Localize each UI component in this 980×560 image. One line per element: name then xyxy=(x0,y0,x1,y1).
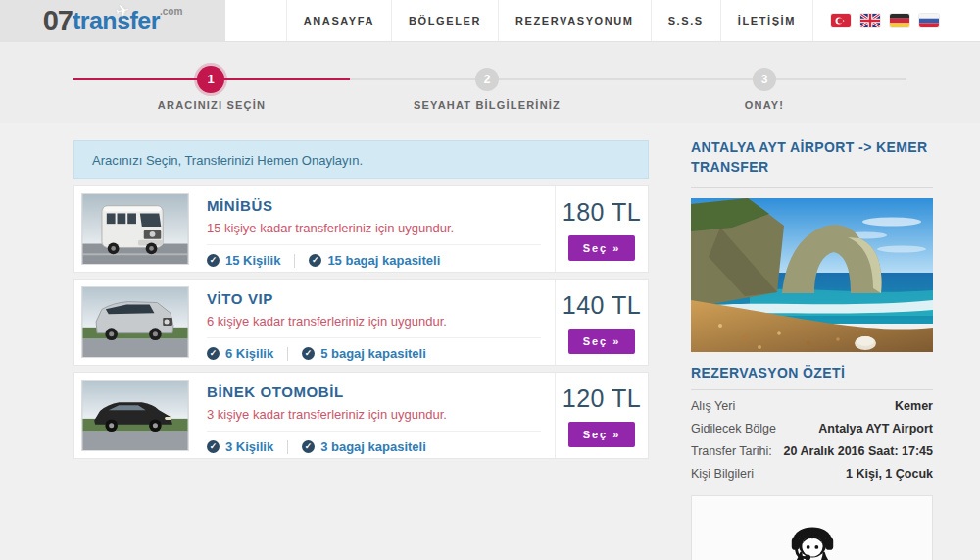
price-column: 120 TL Seç » xyxy=(555,373,648,458)
nav-item-sss[interactable]: S.S.S xyxy=(651,0,720,41)
vehicle-name: VİTO VIP xyxy=(207,290,541,307)
step-label-2: SEYAHAT BİLGİLERİNİZ xyxy=(414,99,561,111)
vehicle-name: MİNİBÜS xyxy=(207,197,541,214)
step-circle-2: 2 xyxy=(475,68,499,91)
check-icon: ✓ xyxy=(207,440,220,453)
sidebar: ANTALYA AYT AİRPORT -> KEMER TRANSFER xyxy=(691,137,933,560)
nav-item-anasayfa[interactable]: ANASAYFA xyxy=(286,0,391,41)
route-title: ANTALYA AYT AİRPORT -> KEMER TRANSFER xyxy=(691,137,933,188)
english-flag-icon[interactable] xyxy=(860,14,880,27)
vehicle-name: BİNEK OTOMOBİL xyxy=(207,383,541,400)
check-icon: ✓ xyxy=(302,347,315,360)
turkish-flag-icon[interactable] xyxy=(831,14,851,27)
step-label-3: ONAY! xyxy=(745,99,784,111)
luggage-text: 3 bagaj kapasiteli xyxy=(320,439,426,454)
vehicle-description: 3 kişiye kadar transferleriniz için uygu… xyxy=(207,407,541,432)
destination-photo xyxy=(691,198,933,352)
summary-label: Alış Yeri xyxy=(691,399,735,413)
summary-value: Antalya AYT Airport xyxy=(818,422,933,435)
price-label: 140 TL xyxy=(563,291,641,320)
check-icon: ✓ xyxy=(302,440,315,453)
vehicle-features: ✓ 15 Kişilik ✓ 15 bagaj kapasiteli xyxy=(207,253,541,268)
reservation-summary-title: REZERVASYON ÖZETİ xyxy=(691,365,933,390)
select-vehicle-button[interactable]: Seç » xyxy=(568,329,636,354)
language-switcher xyxy=(813,0,980,41)
luggage-text: 5 bagaj kapasiteli xyxy=(320,346,426,361)
summary-value: 20 Aralık 2016 Saat: 17:45 xyxy=(784,444,933,458)
summary-row-passengers: Kişi Bilgileri 1 Kişi, 1 Çocuk xyxy=(691,467,933,481)
summary-value: 1 Kişi, 1 Çocuk xyxy=(846,467,933,481)
summary-label: Transfer Tarihi: xyxy=(691,444,772,458)
step-circle-3: 3 xyxy=(753,68,776,91)
binek-photo xyxy=(81,380,189,451)
vehicle-row-binek: BİNEK OTOMOBİL 3 kişiye kadar transferle… xyxy=(74,372,649,459)
vehicle-description: 15 kişiye kadar transferleriniz için uyg… xyxy=(207,221,541,245)
progress-steps: 1 2 3 ARACINIZI SEÇİN SEYAHAT BİLGİLERİN… xyxy=(0,42,980,124)
nav-item-bolgeler[interactable]: BÖLGELER xyxy=(391,0,498,41)
german-flag-icon[interactable] xyxy=(890,14,909,27)
summary-value: Kemer xyxy=(895,399,933,413)
russian-flag-icon[interactable] xyxy=(919,14,939,27)
vehicle-description: 6 kişiye kadar transferleriniz için uygu… xyxy=(207,314,541,338)
summary-row-pickup: Alış Yeri Kemer xyxy=(691,399,933,413)
price-label: 180 TL xyxy=(563,198,641,227)
capacity-text: 6 Kişilik xyxy=(225,346,273,361)
vehicle-features: ✓ 6 Kişilik ✓ 5 bagaj kapasiteli xyxy=(207,346,541,361)
vehicle-list: Aracınızı Seçin, Transferinizi Hemen Ona… xyxy=(74,140,649,459)
support-agent-icon xyxy=(782,557,843,560)
vehicle-row-vito-vip: VİTO VIP 6 kişiye kadar transferleriniz … xyxy=(74,279,649,366)
price-column: 140 TL Seç » xyxy=(555,280,648,365)
main-nav: ANASAYFA BÖLGELER REZERVASYONUM S.S.S İL… xyxy=(286,0,813,41)
header: ✈ 07transfer.com ANASAYFA BÖLGELER REZER… xyxy=(0,0,980,42)
plane-icon: ✈ xyxy=(114,0,131,23)
check-icon: ✓ xyxy=(207,254,220,267)
step-label-1: ARACINIZI SEÇİN xyxy=(158,99,266,111)
luggage-text: 15 bagaj kapasiteli xyxy=(327,253,440,268)
price-label: 120 TL xyxy=(563,384,641,413)
vehicle-info: VİTO VIP 6 kişiye kadar transferleriniz … xyxy=(189,280,555,365)
feature-divider xyxy=(287,440,288,454)
feature-divider xyxy=(287,347,288,361)
live-support-box[interactable]: Hemen Destek xyxy=(691,495,933,560)
vehicle-info: BİNEK OTOMOBİL 3 kişiye kadar transferle… xyxy=(189,373,555,458)
logo[interactable]: ✈ 07transfer.com xyxy=(0,0,225,41)
check-icon: ✓ xyxy=(207,347,220,360)
vito-photo xyxy=(81,286,189,358)
info-banner: Aracınızı Seçin, Transferinizi Hemen Ona… xyxy=(74,140,649,179)
logo-text-07: 07 xyxy=(43,5,73,37)
vehicle-row-minibus: MİNİBÜS 15 kişiye kadar transferleriniz … xyxy=(74,185,649,273)
step-circle-1: 1 xyxy=(197,66,224,93)
select-vehicle-button[interactable]: Seç » xyxy=(568,235,636,261)
price-column: 180 TL Seç » xyxy=(555,186,648,272)
check-icon: ✓ xyxy=(309,254,321,267)
summary-row-destination: Gidilecek Bölge Antalya AYT Airport xyxy=(691,422,933,435)
capacity-text: 3 Kişilik xyxy=(225,439,273,454)
summary-row-date: Transfer Tarihi: 20 Aralık 2016 Saat: 17… xyxy=(691,444,933,458)
nav-item-iletisim[interactable]: İLETİŞİM xyxy=(720,0,813,41)
main-area: Aracınızı Seçin, Transferinizi Hemen Ona… xyxy=(0,123,980,560)
minibus-photo xyxy=(81,193,189,265)
select-vehicle-button[interactable]: Seç » xyxy=(568,422,636,447)
vehicle-info: MİNİBÜS 15 kişiye kadar transferleriniz … xyxy=(189,186,555,272)
capacity-text: 15 Kişilik xyxy=(225,253,280,268)
feature-divider xyxy=(294,254,295,268)
summary-label: Kişi Bilgileri xyxy=(691,467,754,481)
vehicle-features: ✓ 3 Kişilik ✓ 3 bagaj kapasiteli xyxy=(207,439,541,454)
nav-item-rezervasyonum[interactable]: REZERVASYONUM xyxy=(498,0,651,41)
summary-label: Gidilecek Bölge xyxy=(691,422,776,435)
logo-text-com: .com xyxy=(160,6,182,17)
